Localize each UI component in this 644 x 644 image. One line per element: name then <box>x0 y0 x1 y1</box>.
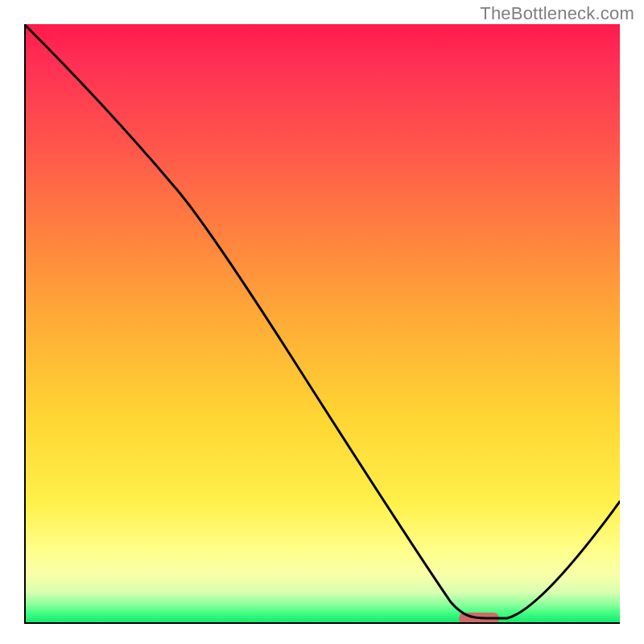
watermark-text: TheBottleneck.com <box>480 3 634 24</box>
chart-container: TheBottleneck.com <box>0 0 644 644</box>
x-axis <box>24 622 620 624</box>
bottleneck-curve <box>24 24 620 622</box>
plot-area <box>24 24 620 622</box>
curve-path <box>24 24 620 618</box>
y-axis <box>24 24 26 622</box>
